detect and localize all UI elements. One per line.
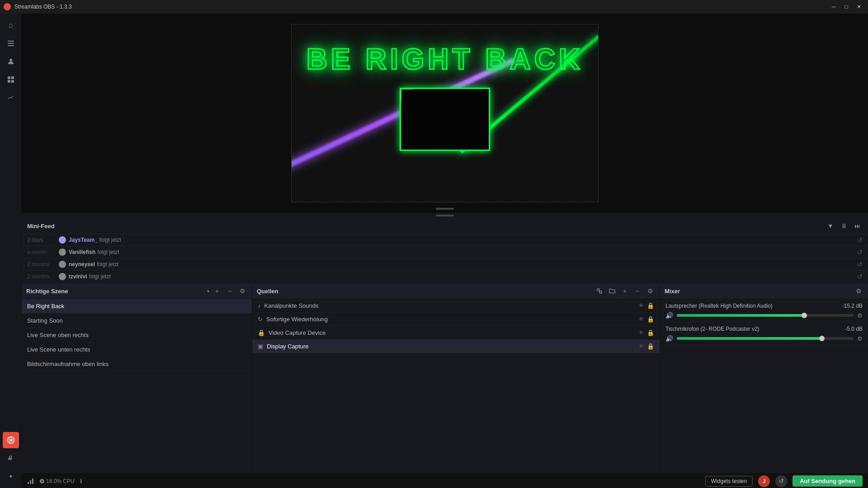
- scene-item[interactable]: Be Right Back: [22, 299, 252, 314]
- mixer-fader[interactable]: [677, 314, 854, 317]
- mixer-settings-button[interactable]: ⚙: [854, 286, 863, 296]
- sidebar-item-home[interactable]: ⌂: [3, 17, 19, 33]
- scenes-remove-button[interactable]: −: [225, 286, 235, 296]
- feed-replay-button[interactable]: ↺: [857, 261, 863, 268]
- scenes-dropdown-icon[interactable]: ▾: [207, 289, 209, 294]
- close-button[interactable]: ✕: [854, 2, 864, 11]
- source-lock-button[interactable]: 🔒: [647, 316, 654, 323]
- scene-item[interactable]: Live Scene oben rechts: [22, 328, 252, 343]
- app-icon: [4, 3, 11, 10]
- source-item[interactable]: 🔒 Video Capture Device 👁 🔒: [252, 326, 660, 340]
- sources-add-button[interactable]: +: [620, 286, 630, 296]
- preview-area: BE RIGHT BACK: [22, 14, 868, 212]
- minifeed-pause-button[interactable]: ⏸: [839, 221, 849, 231]
- sidebar-item-users[interactable]: [3, 53, 19, 70]
- feed-username: tzvinlvi: [69, 273, 87, 280]
- sources-remove-button[interactable]: −: [632, 286, 642, 296]
- feed-username: JaysTeam_: [69, 237, 98, 243]
- source-controls: 👁 🔒: [638, 302, 654, 309]
- source-lock-button[interactable]: 🔒: [647, 343, 654, 350]
- source-controls: 👁 🔒: [638, 343, 654, 350]
- mixer-channel-settings-button[interactable]: ⚙: [857, 312, 863, 319]
- feed-time: 2 days: [27, 237, 59, 243]
- mixer-channel-2: Tischmikrofon (2- RODE Podcaster v2) -5.…: [660, 322, 868, 345]
- source-eye-button[interactable]: 👁: [638, 343, 644, 350]
- sidebar-item-stats[interactable]: [3, 89, 19, 106]
- source-eye-button[interactable]: 👁: [638, 302, 644, 309]
- window-controls: ─ □ ✕: [828, 2, 864, 11]
- refresh-button[interactable]: ↺: [775, 475, 787, 487]
- source-list: ♪ Kanalpunkte Sounds 👁 🔒 ↻ Sofortige Wie…: [252, 299, 660, 353]
- mixer-channel-settings-button[interactable]: ⚙: [857, 335, 863, 342]
- svg-rect-6: [8, 80, 10, 83]
- minifeed-header: Mini-Feed ▼ ⏸ ⏭: [22, 218, 868, 234]
- bottom-panels: Richtige Szene ▾ + − ⚙ Be Right Back Sta…: [22, 283, 868, 474]
- mixer-volume-icon[interactable]: 🔊: [665, 312, 673, 319]
- scene-item[interactable]: Bildschirmaufnahme oben links: [22, 357, 252, 371]
- source-item[interactable]: ↻ Sofortige Wiederholung 👁 🔒: [252, 313, 660, 326]
- sidebar: ⌂: [0, 14, 22, 488]
- statusbar-chart-icon: [27, 478, 34, 485]
- source-name: Kanalpunkte Sounds: [264, 302, 635, 309]
- feed-replay-button[interactable]: ↺: [857, 249, 863, 256]
- source-item[interactable]: ▣ Display Capture 👁 🔒: [252, 340, 660, 353]
- list-item: 2 months tzvinlvi folgt jetzt ↺: [22, 271, 868, 283]
- mixer-channel-db: -15.2 dB: [842, 303, 863, 309]
- source-eye-button[interactable]: 👁: [638, 329, 644, 336]
- scene-item[interactable]: Starting Soon: [22, 314, 252, 328]
- sidebar-item-feed[interactable]: [3, 35, 19, 52]
- sidebar-item-store[interactable]: [3, 71, 19, 88]
- list-item: a month Vanillefish folgt jetzt ↺: [22, 246, 868, 258]
- scenes-panel: Richtige Szene ▾ + − ⚙ Be Right Back Sta…: [22, 283, 252, 474]
- mixer-channel-1: Lautsprecher (Realtek High Definition Au…: [660, 299, 868, 322]
- svg-rect-15: [30, 480, 31, 484]
- mixer-volume-icon[interactable]: 🔊: [665, 335, 673, 342]
- source-name: Sofortige Wiederholung: [266, 316, 635, 323]
- mixer-fader[interactable]: [677, 337, 854, 340]
- source-lock-button[interactable]: 🔒: [647, 329, 654, 336]
- minifeed-skip-button[interactable]: ⏭: [853, 221, 863, 231]
- sources-panel-header: Quellen + − ⚙: [252, 283, 660, 299]
- statusbar-info[interactable]: ℹ: [80, 478, 82, 484]
- scene-item[interactable]: Live Scene unten rechts: [22, 343, 252, 357]
- mixer-fader-handle[interactable]: [802, 313, 807, 318]
- user-avatar[interactable]: J: [758, 475, 770, 487]
- source-lock-button[interactable]: 🔒: [647, 302, 654, 309]
- scenes-add-button[interactable]: +: [212, 286, 222, 296]
- list-item: 2 months neyneysel folgt jetzt ↺: [22, 258, 868, 271]
- titlebar: Streamlabs OBS - 1.3.3 ─ □ ✕: [0, 0, 868, 14]
- maximize-button[interactable]: □: [841, 2, 852, 11]
- sources-folder-button[interactable]: [607, 286, 617, 296]
- source-video-icon: 🔒: [258, 329, 265, 336]
- minifeed-resize-handle[interactable]: [436, 215, 454, 216]
- sidebar-item-music[interactable]: [3, 450, 19, 466]
- scenes-settings-button[interactable]: ⚙: [237, 286, 247, 296]
- source-display-icon: ▣: [258, 343, 263, 350]
- minifeed-title: Mini-Feed: [27, 223, 55, 230]
- feed-time: a month: [27, 249, 59, 255]
- feed-replay-button[interactable]: ↺: [857, 236, 863, 244]
- sidebar-item-alert[interactable]: [3, 432, 19, 448]
- mixer-channel-name: Tischmikrofon (2- RODE Podcaster v2): [665, 326, 760, 332]
- svg-line-13: [599, 291, 600, 291]
- mixer-fader-row: 🔊 ⚙: [665, 312, 863, 319]
- feed-replay-button[interactable]: ↺: [857, 273, 863, 280]
- sources-scene-link-button[interactable]: [594, 286, 604, 296]
- source-eye-button[interactable]: 👁: [638, 316, 644, 323]
- source-controls: 👁 🔒: [638, 329, 654, 336]
- widgets-test-button[interactable]: Widgets testen: [705, 476, 753, 487]
- minimize-button[interactable]: ─: [828, 2, 839, 11]
- sidebar-item-settings[interactable]: [3, 468, 19, 484]
- source-item[interactable]: ♪ Kanalpunkte Sounds 👁 🔒: [252, 299, 660, 313]
- statusbar-cpu: 18.0% CPU: [40, 478, 75, 484]
- minifeed-filter-button[interactable]: ▼: [826, 221, 835, 231]
- preview-canvas: BE RIGHT BACK: [291, 24, 599, 202]
- brb-text: BE RIGHT BACK: [307, 42, 583, 76]
- mixer-fader-handle[interactable]: [819, 336, 825, 341]
- sources-settings-button[interactable]: ⚙: [645, 286, 655, 296]
- statusbar-right: Widgets testen J ↺ Auf Sendung gehen: [705, 475, 863, 487]
- preview-resize-handle[interactable]: [436, 208, 454, 210]
- go-live-button[interactable]: Auf Sendung gehen: [793, 475, 863, 487]
- svg-rect-1: [8, 43, 14, 44]
- svg-point-9: [9, 439, 12, 441]
